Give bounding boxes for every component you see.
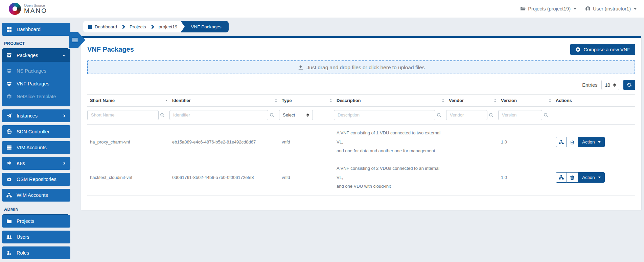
sidebar-item-roles[interactable]: Roles (2, 246, 70, 259)
trash-icon (570, 140, 574, 145)
cell-type: vnfd (279, 125, 334, 160)
main-content: Dashboard Projects project19 VNF Package… (72, 18, 644, 262)
sort-icon (494, 99, 497, 102)
paper-plane-icon (6, 113, 12, 119)
vnf-packages-table: Short Name Identifier Type Description V… (87, 94, 635, 195)
column-header-type[interactable]: Type (279, 95, 334, 107)
column-header-version[interactable]: Version (498, 95, 553, 107)
sidebar-item-label: VIM Accounts (17, 145, 47, 150)
delete-button[interactable] (567, 137, 578, 147)
vnf-packages-card: VNF Packages Compose a new VNF Just drag… (81, 36, 641, 210)
chevron-down-icon (634, 8, 637, 10)
sort-icon (329, 99, 332, 102)
sidebar-item-osm-repositories[interactable]: OSM Repositories (2, 173, 70, 186)
sidebar-item-vim-accounts[interactable]: VIM Accounts (2, 141, 70, 154)
cell-actions: Action (553, 160, 635, 195)
breadcrumb-vnf-packages-active[interactable]: VNF Packages (181, 21, 229, 32)
plus-circle-icon (575, 47, 580, 52)
sidebar-item-netslice-template[interactable]: NetSlice Template (2, 90, 70, 103)
search-icon (544, 113, 548, 117)
action-dropdown-button[interactable]: Action (578, 172, 605, 183)
compose-button-label: Compose a new VNF (583, 47, 630, 52)
show-topology-button[interactable] (556, 137, 567, 147)
refresh-button[interactable] (623, 80, 635, 90)
osm-logo: Open Source MANO (9, 3, 47, 15)
hamburger-icon (72, 38, 78, 39)
sidebar-item-packages[interactable]: Packages (2, 49, 70, 62)
sidebar-section-project: PROJECT (3, 39, 68, 49)
description-filter-input[interactable] (334, 110, 435, 120)
version-filter-input[interactable] (498, 110, 542, 120)
breadcrumb-label: Dashboard (95, 24, 117, 29)
globe-icon (6, 129, 12, 134)
vendor-filter-input[interactable] (446, 110, 487, 120)
compose-new-vnf-button[interactable]: Compose a new VNF (570, 44, 635, 55)
column-header-description[interactable]: Description (334, 95, 446, 107)
caret-down-icon (598, 177, 601, 178)
sidebar-item-projects[interactable]: Projects (2, 215, 70, 228)
column-header-vendor[interactable]: Vendor (446, 95, 498, 107)
sort-asc-icon (165, 100, 168, 101)
breadcrumb-projects[interactable]: Projects (130, 24, 146, 29)
search-icon (489, 113, 493, 117)
cell-vendor (446, 125, 498, 160)
delete-button[interactable] (567, 172, 578, 183)
box-open-icon (6, 68, 12, 74)
column-header-actions: Actions (553, 95, 635, 107)
chevron-down-icon (62, 54, 66, 57)
osm-logo-icon (9, 3, 21, 15)
entries-label: Entries (582, 82, 597, 88)
sort-icon (442, 99, 444, 102)
server-icon (6, 145, 12, 150)
sidebar-item-sdn-controller[interactable]: SDN Controller (2, 125, 70, 138)
breadcrumb-project19[interactable]: project19 (159, 24, 178, 29)
sidebar: Dashboard PROJECT Packages NS Packages V… (0, 18, 72, 262)
user-menu[interactable]: User (instructor1) (585, 6, 637, 11)
breadcrumb-label: project19 (159, 24, 178, 29)
sidebar-item-label: Dashboard (17, 27, 41, 32)
refresh-icon (627, 82, 632, 87)
sort-icon (549, 99, 551, 102)
column-header-identifier[interactable]: Identifier (169, 95, 279, 107)
sidebar-item-label: SDN Controller (17, 129, 50, 134)
caret-down-icon (598, 141, 601, 143)
sort-icon (275, 99, 277, 102)
logo-name-text: MANO (24, 7, 47, 14)
cell-identifier: 0d061761-8b02-44b6-a7b0-0f006172efe8 (169, 160, 279, 195)
cell-description: A VNF consisting of 2 VDUs connected to … (334, 160, 446, 195)
user-circle-icon (585, 6, 591, 11)
sidebar-item-dashboard[interactable]: Dashboard (2, 23, 70, 36)
sidebar-item-label: VNF Packages (17, 81, 49, 86)
breadcrumb: Dashboard Projects project19 VNF Package… (83, 21, 229, 32)
file-dropzone[interactable]: Just drag and drop files or click here t… (87, 60, 635, 74)
cell-description: A VNF consisting of 1 VDU connected to t… (334, 125, 446, 160)
sidebar-item-k8s[interactable]: K8s (2, 157, 70, 170)
type-filter-select[interactable]: Select (279, 110, 313, 120)
action-dropdown-button[interactable]: Action (578, 137, 605, 147)
sidebar-item-instances[interactable]: Instances (2, 109, 70, 122)
show-topology-button[interactable] (556, 172, 567, 183)
breadcrumb-label: Projects (130, 24, 146, 29)
sidebar-item-ns-packages[interactable]: NS Packages (2, 64, 70, 77)
folder-open-icon (520, 6, 526, 11)
sidebar-item-wim-accounts[interactable]: WIM Accounts (2, 189, 70, 202)
entries-per-page-select[interactable]: 10 (601, 80, 619, 90)
user-tag-icon (6, 250, 12, 256)
column-header-short-name[interactable]: Short Name (87, 95, 169, 107)
chevron-right-icon (63, 114, 66, 117)
chevron-separator-icon (121, 25, 125, 29)
projects-menu[interactable]: Projects (project19) (520, 6, 576, 11)
short-name-filter-input[interactable] (87, 110, 159, 120)
identifier-filter-input[interactable] (169, 110, 268, 120)
packages-submenu: NS Packages VNF Packages NetSlice Templa… (2, 62, 70, 106)
layers-icon (6, 94, 12, 99)
dropzone-text: Just drag and drop files or click here t… (307, 64, 425, 71)
breadcrumb-dashboard[interactable]: Dashboard (88, 24, 117, 29)
sidebar-item-users[interactable]: Users (2, 231, 70, 243)
sidebar-item-label: Projects (17, 218, 34, 224)
cell-short-name: ha_proxy_charm-vnf (87, 125, 169, 160)
chevron-down-icon (574, 8, 576, 10)
sidebar-item-vnf-packages[interactable]: VNF Packages (2, 77, 70, 90)
cell-version: 1.0 (498, 160, 553, 195)
table-row: ha_proxy_charm-vnf eb15a889-e4c6-4876-b5… (87, 125, 635, 160)
